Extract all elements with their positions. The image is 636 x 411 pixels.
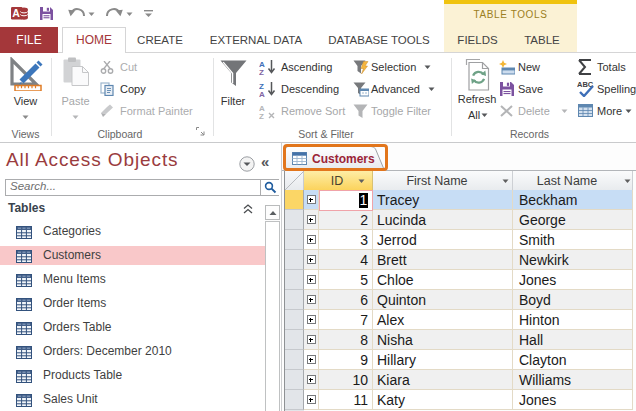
svg-text:Z: Z — [259, 68, 264, 75]
svg-text:Z: Z — [259, 112, 264, 119]
svg-text:A: A — [12, 7, 20, 19]
svg-text:A: A — [259, 90, 265, 97]
